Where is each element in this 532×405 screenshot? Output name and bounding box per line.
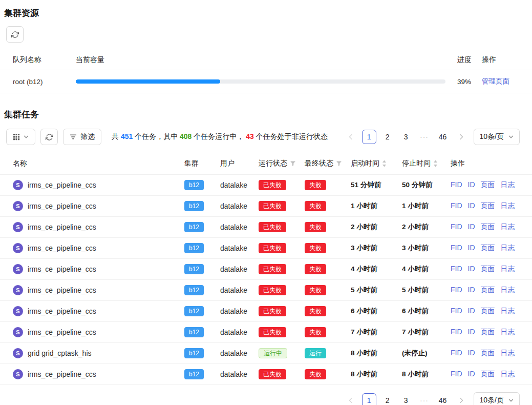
fid-link[interactable]: FID bbox=[451, 349, 462, 358]
col-cluster: 集群 bbox=[184, 159, 220, 168]
page-size-select[interactable]: 10条/页 bbox=[474, 392, 520, 405]
start-time: 6 小时前 bbox=[351, 307, 402, 316]
filter-icon[interactable] bbox=[290, 160, 296, 167]
pagination-page-3[interactable]: 3 bbox=[399, 130, 413, 144]
page-link[interactable]: 页面 bbox=[481, 180, 495, 190]
summary-text: 个任务运行中， bbox=[191, 132, 246, 140]
page-link[interactable]: 页面 bbox=[481, 244, 495, 253]
pagination-page-1[interactable]: 1 bbox=[362, 393, 376, 405]
id-link[interactable]: ID bbox=[468, 286, 475, 295]
fid-link[interactable]: FID bbox=[451, 307, 462, 316]
final-status-badge: 失败 bbox=[305, 180, 326, 190]
log-link[interactable]: 日志 bbox=[501, 222, 515, 232]
log-link[interactable]: 日志 bbox=[501, 328, 515, 337]
task-cluster-cell: b12 bbox=[184, 306, 220, 316]
col-stop-time[interactable]: 停止时间 bbox=[402, 159, 451, 168]
filter-button[interactable]: 筛选 bbox=[63, 129, 101, 145]
pagination-page-46[interactable]: 46 bbox=[436, 393, 450, 405]
pagination-top: 123···46 bbox=[344, 130, 469, 144]
fid-link[interactable]: FID bbox=[451, 286, 462, 295]
fid-link[interactable]: FID bbox=[451, 265, 462, 274]
resources-table-header: 队列名称 当前容量 进度 操作 bbox=[0, 50, 532, 70]
sorter-icon[interactable] bbox=[382, 160, 387, 167]
id-link[interactable]: ID bbox=[468, 328, 475, 337]
log-link[interactable]: 日志 bbox=[501, 180, 515, 190]
run-status-badge: 已失败 bbox=[259, 306, 286, 316]
layout-switch-button[interactable] bbox=[6, 129, 35, 145]
page-link[interactable]: 页面 bbox=[481, 286, 495, 295]
col-start-time[interactable]: 启动时间 bbox=[351, 159, 402, 168]
task-row: S irms_ce_pipeline_ccs b12 datalake 已失败 … bbox=[0, 217, 532, 238]
pagination-prev[interactable] bbox=[344, 393, 358, 405]
run-status-cell: 已失败 bbox=[259, 369, 305, 379]
final-status-cell: 失败 bbox=[305, 180, 351, 190]
task-actions: FIDID页面日志 bbox=[451, 307, 520, 316]
page-link[interactable]: 页面 bbox=[481, 307, 495, 316]
page-link[interactable]: 页面 bbox=[481, 328, 495, 337]
log-link[interactable]: 日志 bbox=[501, 265, 515, 274]
id-link[interactable]: ID bbox=[468, 307, 475, 316]
capacity-cell bbox=[76, 79, 457, 84]
refresh-icon bbox=[11, 31, 19, 38]
cluster-badge: b12 bbox=[184, 264, 204, 274]
fid-link[interactable]: FID bbox=[451, 222, 462, 232]
pagination-page-46[interactable]: 46 bbox=[436, 130, 450, 144]
id-link[interactable]: ID bbox=[468, 265, 475, 274]
page-link[interactable]: 页面 bbox=[481, 201, 495, 211]
run-status-cell: 已失败 bbox=[259, 264, 305, 274]
fid-link[interactable]: FID bbox=[451, 180, 462, 190]
id-link[interactable]: ID bbox=[468, 244, 475, 253]
manage-page-link[interactable]: 管理页面 bbox=[482, 77, 509, 85]
cluster-badge: b12 bbox=[184, 222, 204, 232]
task-name: grid grid_cptask_his bbox=[28, 349, 92, 357]
pagination-page-1[interactable]: 1 bbox=[362, 130, 376, 144]
log-link[interactable]: 日志 bbox=[501, 244, 515, 253]
pagination-next[interactable] bbox=[454, 393, 469, 405]
pagination-page-3[interactable]: 3 bbox=[399, 393, 413, 405]
task-user: datalake bbox=[220, 181, 259, 189]
pagination-prev[interactable] bbox=[344, 130, 358, 144]
filter-icon[interactable] bbox=[336, 160, 342, 167]
run-status-badge: 已失败 bbox=[259, 222, 286, 232]
task-name-cell: S irms_ce_pipeline_ccs bbox=[13, 201, 184, 211]
task-row: S irms_ce_pipeline_ccs b12 datalake 已失败 … bbox=[0, 322, 532, 343]
pagination-bottom: 123···46 bbox=[344, 393, 469, 405]
fid-link[interactable]: FID bbox=[451, 328, 462, 337]
resources-refresh-button[interactable] bbox=[6, 26, 24, 43]
log-link[interactable]: 日志 bbox=[501, 370, 515, 379]
stop-time: 1 小时前 bbox=[402, 201, 451, 211]
fid-link[interactable]: FID bbox=[451, 201, 462, 211]
log-link[interactable]: 日志 bbox=[501, 349, 515, 358]
page-size-select[interactable]: 10条/页 bbox=[474, 129, 520, 145]
run-status-cell: 已失败 bbox=[259, 201, 305, 211]
page-link[interactable]: 页面 bbox=[481, 349, 495, 358]
fid-link[interactable]: FID bbox=[451, 244, 462, 253]
id-link[interactable]: ID bbox=[468, 349, 475, 358]
final-status-badge: 失败 bbox=[305, 327, 326, 337]
log-link[interactable]: 日志 bbox=[501, 307, 515, 316]
filter-button-label: 筛选 bbox=[80, 132, 95, 141]
pagination-page-2[interactable]: 2 bbox=[380, 393, 395, 405]
task-name: irms_ce_pipeline_ccs bbox=[28, 202, 96, 210]
run-status-badge: 已失败 bbox=[259, 180, 286, 190]
page-link[interactable]: 页面 bbox=[481, 370, 495, 379]
tasks-refresh-button[interactable] bbox=[40, 129, 58, 145]
id-link[interactable]: ID bbox=[468, 370, 475, 379]
pagination-ellipsis: ··· bbox=[417, 130, 432, 144]
id-link[interactable]: ID bbox=[468, 180, 475, 190]
log-link[interactable]: 日志 bbox=[501, 201, 515, 211]
log-link[interactable]: 日志 bbox=[501, 286, 515, 295]
page-link[interactable]: 页面 bbox=[481, 222, 495, 232]
start-time: 8 小时前 bbox=[351, 349, 402, 358]
spark-task-icon: S bbox=[13, 285, 23, 295]
page-link[interactable]: 页面 bbox=[481, 265, 495, 274]
sorter-icon[interactable] bbox=[433, 160, 438, 167]
task-user: datalake bbox=[220, 244, 259, 252]
id-link[interactable]: ID bbox=[468, 222, 475, 232]
task-actions: FIDID页面日志 bbox=[451, 370, 520, 379]
fid-link[interactable]: FID bbox=[451, 370, 462, 379]
col-run-status-label: 运行状态 bbox=[259, 159, 287, 168]
pagination-page-2[interactable]: 2 bbox=[380, 130, 395, 144]
pagination-next[interactable] bbox=[454, 130, 469, 144]
id-link[interactable]: ID bbox=[468, 201, 475, 211]
